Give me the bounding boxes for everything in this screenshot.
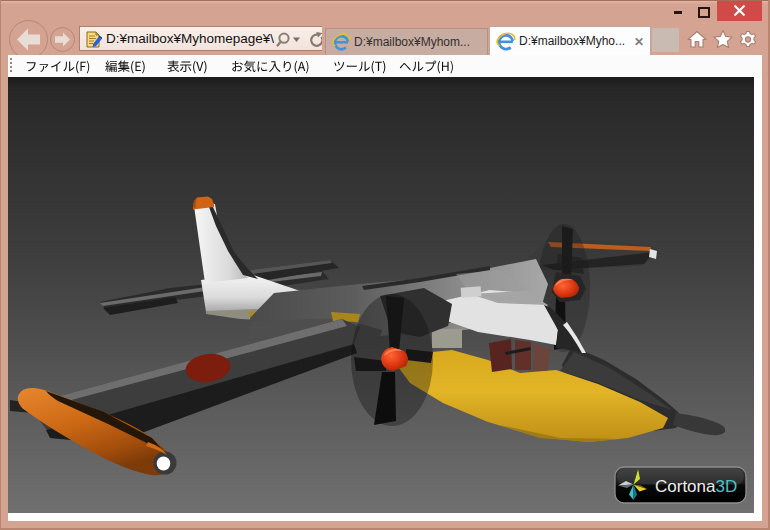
svg-text:Cortona3D: Cortona3D	[655, 477, 737, 496]
